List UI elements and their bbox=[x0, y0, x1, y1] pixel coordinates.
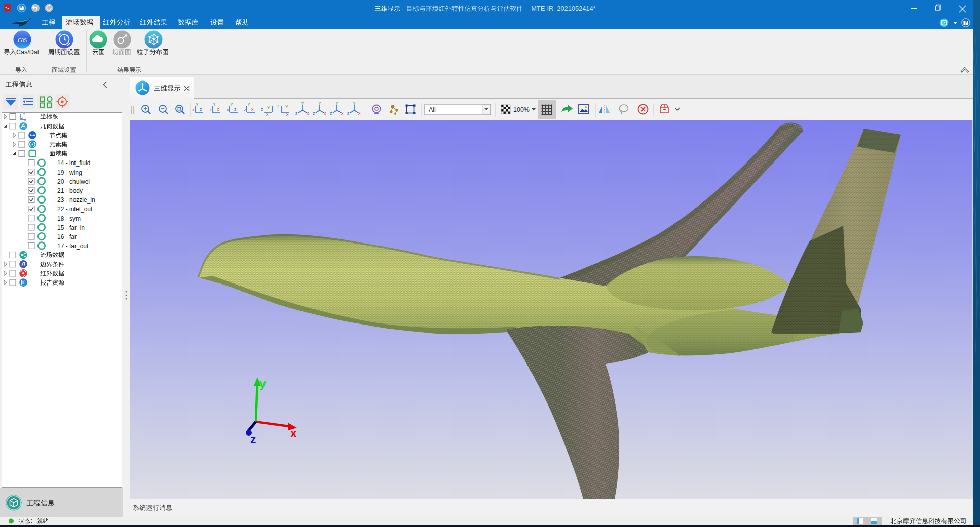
svg-text:Y: Y bbox=[301, 101, 304, 106]
svg-text:z: z bbox=[295, 111, 298, 116]
svg-text:23 - nozzle_in: 23 - nozzle_in bbox=[57, 196, 95, 204]
svg-text:z: z bbox=[347, 111, 350, 116]
svg-text:x: x bbox=[324, 111, 326, 116]
svg-text:x: x bbox=[290, 427, 297, 440]
svg-text:z: z bbox=[209, 107, 212, 112]
svg-text:x: x bbox=[341, 111, 344, 116]
svg-text:Y: Y bbox=[230, 102, 233, 107]
svg-text:18 - sym: 18 - sym bbox=[57, 215, 81, 222]
svg-text:Y: Y bbox=[196, 102, 199, 107]
svg-text:19 - wing: 19 - wing bbox=[57, 169, 82, 176]
svg-text:z: z bbox=[277, 103, 280, 108]
svg-text:z: z bbox=[313, 111, 315, 116]
svg-text:22 - inlet_out: 22 - inlet_out bbox=[57, 206, 93, 213]
svg-text:Y: Y bbox=[285, 104, 288, 109]
svg-text:x: x bbox=[251, 107, 254, 112]
svg-text:100%: 100% bbox=[513, 106, 530, 113]
svg-text:z: z bbox=[244, 107, 246, 112]
svg-text:x: x bbox=[217, 107, 219, 112]
svg-text:cas: cas bbox=[18, 36, 27, 44]
svg-text:x: x bbox=[227, 107, 229, 112]
svg-text:21 - body: 21 - body bbox=[57, 187, 83, 194]
svg-text:x: x bbox=[192, 107, 195, 112]
svg-text:z: z bbox=[21, 115, 23, 120]
svg-text:x: x bbox=[358, 111, 361, 116]
svg-text:Y: Y bbox=[267, 105, 270, 110]
svg-text:x: x bbox=[24, 117, 26, 122]
svg-text:Cas/Dat: Cas/Dat bbox=[16, 49, 40, 56]
svg-text:14 - int_fluid: 14 - int_fluid bbox=[57, 159, 90, 167]
svg-text:15 - far_in: 15 - far_in bbox=[57, 224, 85, 231]
svg-text:Y: Y bbox=[247, 102, 250, 107]
svg-text:Y: Y bbox=[23, 112, 26, 116]
svg-text:— MTE-IR_2021052414*: — MTE-IR_2021052414* bbox=[523, 5, 596, 12]
svg-text:x: x bbox=[286, 112, 289, 117]
svg-text:Y: Y bbox=[318, 101, 321, 106]
svg-text:All: All bbox=[429, 106, 436, 113]
svg-text:z: z bbox=[200, 107, 202, 112]
svg-text:Y: Y bbox=[213, 102, 216, 107]
svg-text:20 - chuiwei: 20 - chuiwei bbox=[57, 178, 90, 185]
svg-text:17 - far_out: 17 - far_out bbox=[57, 242, 89, 250]
svg-text:z: z bbox=[234, 107, 237, 112]
svg-text:-: - bbox=[400, 5, 406, 12]
svg-text:Y: Y bbox=[335, 101, 338, 106]
svg-text:z: z bbox=[261, 107, 263, 112]
svg-text:z: z bbox=[330, 111, 332, 116]
svg-text:x: x bbox=[307, 111, 309, 116]
svg-text:16 - far: 16 - far bbox=[57, 233, 77, 240]
svg-text:x: x bbox=[266, 112, 269, 117]
svg-text:z: z bbox=[250, 433, 256, 446]
svg-text:Y: Y bbox=[353, 101, 356, 106]
svg-text:y: y bbox=[259, 377, 266, 390]
